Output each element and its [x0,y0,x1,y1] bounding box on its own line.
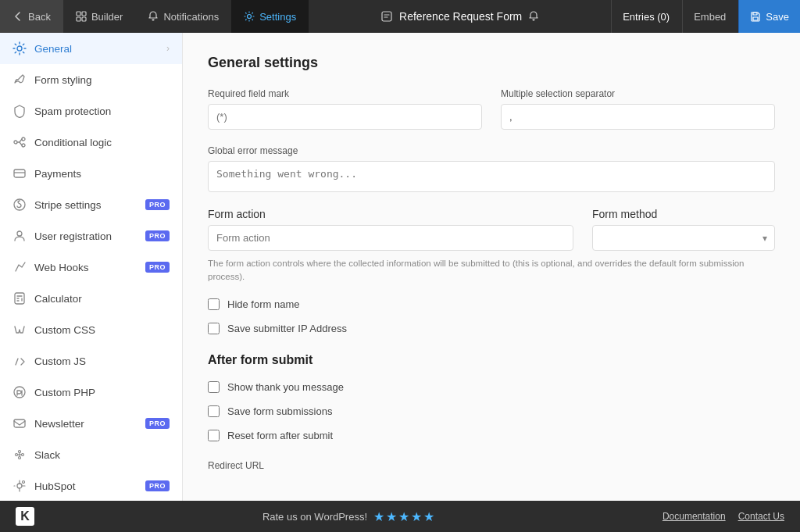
multiple-selection-input[interactable] [501,104,775,130]
sidebar-general-label: General [34,43,159,55]
webhook-icon [12,260,27,274]
sidebar-css-label: Custom CSS [34,324,170,336]
embed-label: Embed [694,11,726,23]
svg-rect-15 [15,293,24,304]
contact-us-link[interactable]: Contact Us [738,511,784,522]
js-icon [12,354,27,368]
form-title: Reference Request Form [399,10,522,23]
section-title: General settings [208,55,775,71]
chevron-right-icon: › [166,43,170,54]
sidebar-item-hubspot[interactable]: HubSpot PRO [0,470,182,501]
sidebar-item-custom-css[interactable]: Custom CSS [0,314,182,345]
global-error-label: Global error message [208,145,775,156]
svg-point-16 [14,387,25,398]
builder-button[interactable]: Builder [63,0,135,33]
svg-rect-3 [82,17,86,21]
reset-form-label: Reset form after submit [227,430,333,441]
footer-logo: K [16,507,34,526]
svg-point-20 [19,451,21,453]
svg-rect-1 [82,12,86,16]
svg-point-19 [22,454,24,456]
user-icon [12,229,27,243]
svg-rect-0 [77,12,80,16]
sidebar-item-conditional-logic[interactable]: Conditional logic [0,127,182,158]
sidebar-item-calculator[interactable]: Calculator [0,283,182,314]
save-submissions-checkbox[interactable] [208,405,220,417]
sidebar-item-spam-protection[interactable]: Spam protection [0,95,182,127]
required-field-input[interactable] [208,104,482,130]
rate-text: Rate us on WordPress! [262,511,367,523]
sidebar-item-general[interactable]: General › [0,33,182,64]
multiple-selection-label: Multiple selection separator [501,88,775,99]
hide-form-name-checkbox[interactable] [208,298,220,310]
svg-point-21 [19,457,21,459]
bell-icon [148,11,159,22]
show-thank-you-label: Show thank you message [227,381,344,393]
after-submit-title: After form submit [208,353,775,367]
save-submissions-label: Save form submissions [227,405,332,417]
sidebar-item-stripe[interactable]: Stripe settings PRO [0,189,182,220]
form-title-area: Reference Request Form [309,10,611,23]
hide-form-name-label: Hide form name [227,298,299,310]
builder-icon [76,11,87,22]
settings-button[interactable]: Settings [231,0,309,33]
settings-icon [244,11,255,22]
sidebar-stripe-label: Stripe settings [34,199,138,211]
sidebar-item-custom-php[interactable]: Custom PHP [0,377,182,408]
sidebar-spam-label: Spam protection [34,105,170,117]
sidebar-form-styling-label: Form styling [34,74,170,86]
top-navigation: Back Builder Notifications Settings Refe… [0,0,800,33]
sidebar-item-webhooks[interactable]: Web Hooks PRO [0,252,182,283]
user-reg-pro-badge: PRO [145,230,170,241]
sidebar-item-payments[interactable]: Payments [0,158,182,189]
sidebar-calc-label: Calculator [34,293,170,305]
notifications-label: Notifications [163,11,219,23]
global-error-input[interactable] [208,161,775,192]
sidebar-slack-label: Slack [34,449,170,461]
back-button[interactable]: Back [0,0,63,33]
stripe-pro-badge: PRO [145,199,170,210]
show-thank-you-checkbox[interactable] [208,381,220,393]
svg-rect-12 [14,170,25,177]
sidebar-item-custom-js[interactable]: Custom JS [0,345,182,377]
save-ip-checkbox[interactable] [208,323,220,334]
documentation-link[interactable]: Documentation [662,511,726,522]
stripe-icon [12,198,27,212]
save-button[interactable]: Save [738,0,800,33]
required-field-group: Required field mark [208,88,482,130]
sidebar-newsletter-label: Newsletter [34,418,138,430]
reset-form-checkbox[interactable] [208,430,220,441]
builder-label: Builder [91,11,123,23]
back-icon [12,11,23,22]
hide-form-name-group: Hide form name [208,298,775,310]
back-label: Back [28,11,51,23]
main-content: General settings Required field mark Mul… [183,33,800,501]
redirect-url-group: Redirect URL [208,454,775,471]
sidebar-item-form-styling[interactable]: Form styling [0,64,182,95]
entries-label: Entries (0) [623,11,670,23]
svg-point-24 [17,484,22,488]
embed-button[interactable]: Embed [682,0,737,33]
svg-point-25 [23,481,25,484]
star-5: ★ [423,509,434,524]
sidebar-hubspot-label: HubSpot [34,480,138,492]
slack-icon [12,448,27,462]
webhooks-pro-badge: PRO [145,262,170,273]
form-method-select[interactable]: GET POST [592,225,775,251]
entries-button[interactable]: Entries (0) [611,0,680,33]
nav-right-actions: Entries (0) Embed Save [611,0,800,33]
sidebar-item-user-registration[interactable]: User registration PRO [0,220,182,252]
action-method-row: Form action Form method GET POST ▾ [208,208,775,251]
reset-form-group: Reset form after submit [208,430,775,441]
sidebar-webhooks-label: Web Hooks [34,262,138,273]
footer-center: Rate us on WordPress! ★ ★ ★ ★ ★ [262,509,434,524]
sidebar-item-newsletter[interactable]: Newsletter PRO [0,408,182,439]
form-action-input[interactable] [208,225,573,251]
notifications-button[interactable]: Notifications [135,0,231,33]
svg-rect-5 [382,12,391,21]
sidebar-item-slack[interactable]: Slack [0,439,182,470]
brush-icon [12,73,27,87]
mail-icon [12,416,27,430]
sidebar-js-label: Custom JS [34,355,170,367]
svg-rect-2 [77,17,80,21]
